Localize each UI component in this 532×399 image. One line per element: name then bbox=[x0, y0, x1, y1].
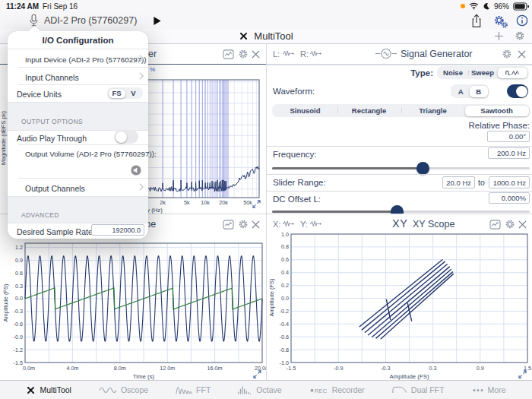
type-segmented-control-option-noise[interactable]: Noise bbox=[439, 68, 468, 78]
multitool-icon bbox=[239, 31, 249, 41]
dc-offset-slider-thumb[interactable] bbox=[391, 205, 404, 214]
date: Fri Sep 16 bbox=[43, 2, 78, 11]
fft-plot-style-icon[interactable] bbox=[223, 49, 234, 59]
tab-label: MultiTool bbox=[40, 385, 71, 394]
tab-label: Octave bbox=[256, 385, 281, 394]
oscope-gear-icon[interactable] bbox=[238, 219, 249, 230]
device-units-segmented-control-option-fs[interactable]: FS bbox=[109, 89, 125, 98]
y-channel-waveform-icon[interactable] bbox=[309, 220, 323, 228]
tab-more[interactable]: More bbox=[472, 385, 506, 394]
svg-text:0.4: 0.4 bbox=[281, 269, 289, 276]
svg-text:-1.2: -1.2 bbox=[14, 347, 23, 353]
volume-mute-icon[interactable] bbox=[131, 165, 141, 176]
left-channel-label: L: bbox=[273, 49, 280, 59]
output-channels-row[interactable]: Output Channels bbox=[25, 184, 85, 193]
audio-play-through-toggle[interactable] bbox=[114, 130, 138, 144]
document-title: MultiTool bbox=[254, 30, 293, 42]
oscope-expand-icon[interactable] bbox=[253, 370, 261, 378]
signal-generator-panel: L: R: Signal Generator Type: NoiseSweep … bbox=[266, 44, 532, 214]
sample-rate-field[interactable]: 192000.0 bbox=[91, 224, 144, 236]
tab-oscope[interactable]: Oscope bbox=[99, 385, 148, 394]
signal-generator-gear-icon[interactable] bbox=[502, 49, 512, 59]
play-button[interactable] bbox=[153, 16, 162, 26]
rec-icon: REC bbox=[309, 387, 328, 394]
battery-percent: 96% bbox=[494, 2, 509, 11]
svg-text:0.3: 0.3 bbox=[429, 365, 437, 372]
svg-text:-0.9: -0.9 bbox=[14, 334, 23, 340]
svg-text:16.0m: 16.0m bbox=[207, 365, 223, 372]
xy-expand-icon[interactable] bbox=[518, 370, 527, 378]
clock: 11:24 AM bbox=[6, 2, 39, 11]
fft-expand-icon[interactable] bbox=[252, 200, 261, 208]
type-segmented-control-option-square-sine-wave-icon[interactable] bbox=[498, 68, 527, 78]
x-channel-waveform-icon[interactable] bbox=[282, 220, 296, 228]
oscope-plot-style-icon[interactable] bbox=[223, 220, 234, 230]
settings-gears-icon[interactable] bbox=[492, 14, 509, 29]
svg-text:5k: 5k bbox=[184, 199, 190, 206]
xy-scope-chart: 1.00.80.60.40.20.0-0.2-0.4-0.6-0.8-1.0-1… bbox=[266, 228, 532, 381]
tab-label: Dual FFT bbox=[411, 385, 445, 394]
svg-text:-1.5: -1.5 bbox=[287, 365, 296, 372]
add-panel-plus-icon[interactable] bbox=[494, 31, 504, 41]
relative-phase-field[interactable]: 0.00° bbox=[487, 131, 530, 142]
share-icon[interactable] bbox=[470, 14, 483, 28]
tab-label: FFT bbox=[196, 385, 211, 394]
tool-tab-bar: MultiToolOscopeFFTOctaveRECRecorderDual … bbox=[0, 381, 532, 399]
slider-range-min-field[interactable]: 20.0 Hz bbox=[442, 176, 475, 188]
input-device-chevron-icon bbox=[139, 55, 144, 62]
svg-text:Time (s): Time (s) bbox=[133, 373, 155, 380]
waveform-shape-segmented-control-option-sawtooth[interactable]: Sawtooth bbox=[465, 106, 529, 116]
io-configuration-popover: I/O Configuration Input Device (ADI-2 Pr… bbox=[8, 31, 148, 239]
generator-enable-toggle[interactable] bbox=[507, 84, 528, 98]
waveform-shape-segmented-control-option-rectangle[interactable]: Rectangle bbox=[337, 106, 401, 116]
input-device-row[interactable]: Input Device (ADI-2 Pro (57760297)) bbox=[25, 55, 147, 64]
frequency-slider-thumb[interactable] bbox=[416, 162, 429, 175]
battery-icon bbox=[513, 2, 529, 11]
signal-generator-close-icon[interactable] bbox=[518, 50, 526, 59]
status-bar: 11:24 AM Fri Sep 16 96% bbox=[0, 0, 532, 12]
fft-gear-icon[interactable] bbox=[238, 49, 249, 59]
tab-octave[interactable]: Octave bbox=[238, 385, 281, 394]
device-units-label: Device Units bbox=[17, 90, 62, 99]
waveform-shape-segmented-control: SinusoidRectangleTriangleSawtooth bbox=[272, 104, 530, 117]
waveform-shape-segmented-control-option-triangle[interactable]: Triangle bbox=[401, 106, 465, 116]
tab-dual-fft[interactable]: Dual FFT bbox=[392, 385, 445, 394]
sample-rate-label: Desired Sample Rate: bbox=[17, 227, 95, 236]
waveform-ab-segmented-control-option-a[interactable]: A bbox=[452, 86, 470, 97]
dc-offset-field[interactable]: 0.000% bbox=[489, 192, 530, 204]
xy-y-axis-label: Amplitude (FS) bbox=[268, 264, 275, 332]
section-divider bbox=[8, 102, 148, 131]
multitool-icon bbox=[26, 385, 36, 395]
waveform-ab-segmented-control-option-b[interactable]: B bbox=[470, 86, 488, 97]
waveform-shape-segmented-control-option-sinusoid[interactable]: Sinusoid bbox=[274, 106, 337, 116]
right-channel-waveform-icon[interactable] bbox=[309, 49, 323, 58]
do-not-disturb-icon bbox=[483, 2, 490, 10]
svg-text:Amplitude (FS): Amplitude (FS) bbox=[390, 373, 429, 380]
left-channel-waveform-icon[interactable] bbox=[282, 49, 296, 58]
info-icon[interactable] bbox=[516, 14, 528, 27]
layout-gear-icon[interactable] bbox=[515, 30, 525, 41]
svg-text:1.2: 1.2 bbox=[15, 244, 23, 251]
audio-play-through-row: Audio Play Through bbox=[17, 134, 87, 143]
section-divider bbox=[8, 196, 148, 223]
waveform-label: Waveform: bbox=[273, 87, 315, 96]
fft-y-axis-label: Magnitude (dBFS pk) bbox=[0, 104, 7, 173]
output-channels-chevron-icon bbox=[139, 183, 144, 191]
device-units-segmented-control-option-v[interactable]: V bbox=[125, 89, 142, 98]
oscope-close-icon[interactable] bbox=[252, 220, 260, 229]
type-label: Type: bbox=[380, 68, 433, 78]
device-name[interactable]: ADI-2 Pro (57760297) bbox=[44, 15, 137, 26]
input-channels-row[interactable]: Input Channels bbox=[25, 73, 79, 82]
tab-fft[interactable]: FFT bbox=[176, 385, 211, 394]
frequency-field[interactable]: 200.0 Hz bbox=[488, 147, 530, 159]
tab-multitool[interactable]: MultiTool bbox=[26, 385, 71, 395]
fft-close-icon[interactable] bbox=[252, 50, 260, 59]
tab-label: Oscope bbox=[121, 385, 148, 394]
tab-recorder[interactable]: RECRecorder bbox=[309, 385, 365, 394]
slider-range-max-field[interactable]: 1000.0 Hz bbox=[489, 176, 530, 188]
svg-text:10k: 10k bbox=[201, 199, 210, 206]
popover-title: I/O Configuration bbox=[8, 36, 148, 45]
svg-text:0.3: 0.3 bbox=[15, 283, 23, 290]
dc-offset-slider-fill bbox=[272, 211, 397, 213]
type-segmented-control-option-sweep[interactable]: Sweep bbox=[468, 68, 498, 78]
